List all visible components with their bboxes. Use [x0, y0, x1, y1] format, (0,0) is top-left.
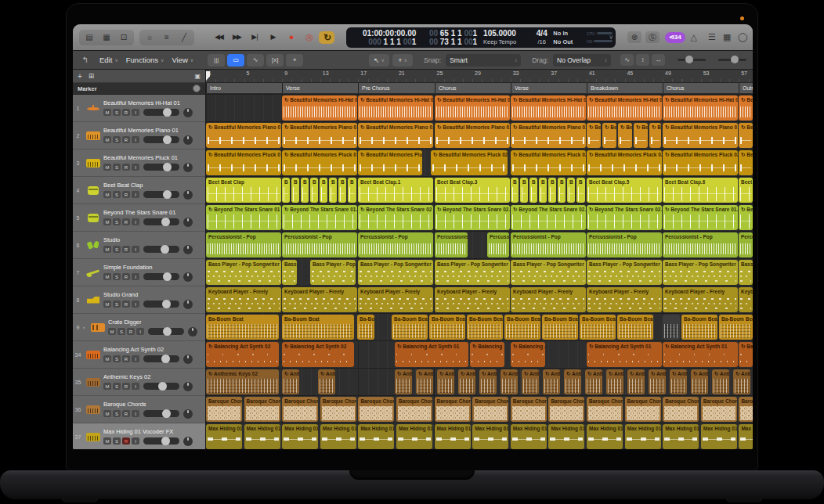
input-monitor-button[interactable]: I [132, 301, 139, 308]
import-icon[interactable]: ⊡ [116, 31, 132, 44]
region[interactable]: Percuss [487, 232, 509, 257]
region[interactable]: Baroque Chords [396, 397, 432, 422]
region[interactable]: ↻ Beautiful Memories Pluck 02 [431, 150, 508, 175]
region[interactable]: Ba-Boom Beat [617, 315, 653, 340]
region[interactable]: Keyboard Player - Freely [435, 287, 510, 312]
region[interactable]: Bass Player - Pop Songwriter [206, 260, 281, 285]
record-enable-button[interactable]: R [127, 328, 135, 335]
region[interactable]: Baroque Chords [282, 397, 318, 422]
volume-slider[interactable] [143, 136, 179, 143]
region[interactable]: Baroque Chords [663, 397, 699, 422]
horizontal-auto-zoom-icon[interactable]: ↔ [652, 54, 665, 66]
region[interactable]: Max Hiding 01 V [282, 424, 318, 449]
region[interactable]: Bass Player - Pop So [310, 260, 356, 285]
forward-button[interactable]: ▶▶ [229, 31, 244, 44]
region[interactable]: Baroque Chords [320, 397, 356, 422]
region[interactable]: ↻ Anthe [318, 369, 335, 394]
volume-slider[interactable] [143, 410, 179, 417]
region[interactable]: Baroque Chords [206, 397, 242, 422]
region[interactable]: Ba-Boom Beat [681, 315, 717, 340]
region[interactable]: ↻ Balancing Act Synth 02 [206, 342, 279, 367]
track-lanes-icon[interactable]: ||| [208, 54, 225, 67]
region[interactable]: Max Hiding 01 V [511, 424, 547, 449]
pan-knob[interactable] [183, 300, 193, 309]
region[interactable]: Max Hiding 01 V [625, 424, 661, 449]
region[interactable]: Bass Player - Pop Songwriter [511, 260, 586, 285]
track-name[interactable]: Max Hiding 01 Vocoder FX [103, 428, 202, 435]
region[interactable]: ↻ Anthe [585, 369, 602, 394]
input-monitor-button[interactable]: I [132, 164, 139, 171]
input-monitor-button[interactable]: I [132, 191, 139, 198]
region[interactable]: Max Hiding 01 V [396, 424, 432, 449]
track-header-8[interactable]: 8Studio GrandMSRI [73, 286, 205, 314]
region[interactable]: B [310, 178, 318, 203]
volume-slider[interactable] [143, 301, 179, 308]
region[interactable]: ↻ Anthe [691, 369, 708, 394]
browsers-icon[interactable]: ▦ [723, 32, 731, 42]
lcd-chevron-icon[interactable]: ∨ [609, 34, 613, 41]
solo-button[interactable]: S [113, 164, 121, 171]
record-enable-button[interactable]: R [122, 164, 130, 171]
volume-slider[interactable] [143, 437, 179, 445]
region[interactable]: ↻ Balancing [470, 342, 504, 367]
region[interactable]: ↻ Beautiful Memories Piano 02 [435, 123, 510, 148]
region[interactable]: B [282, 178, 290, 203]
arrangement-marker-chorus[interactable]: Chorus [435, 83, 511, 93]
region[interactable]: B [539, 178, 547, 203]
region[interactable]: ↻ Balancing Act Synth 01 [587, 342, 662, 367]
region[interactable]: Ba-Boom Beat [206, 315, 279, 340]
track-header-6[interactable]: 6StudioMSRI [73, 232, 205, 259]
region[interactable]: ↻ Anthe [733, 369, 750, 394]
region[interactable]: Max Hiding 01 V [435, 424, 471, 449]
track-panel-options-button[interactable]: ▣ [194, 73, 201, 80]
arrangement-marker-pre-chorus[interactable]: Pre Chorus [358, 83, 435, 93]
region[interactable]: ↻ Beautiful Memories Piano 01.1 [282, 123, 357, 148]
volume-slider[interactable] [143, 218, 179, 225]
arrangement-marker-chorus[interactable]: Chorus [663, 83, 739, 93]
track-name[interactable]: Beyond The Stars Snare 01 [103, 209, 202, 216]
drag-dropdown[interactable]: No Overlap↕ [553, 54, 611, 67]
region[interactable]: B [338, 178, 346, 203]
region[interactable]: B [320, 178, 327, 203]
track-header-37[interactable]: 37Max Hiding 01 Vocoder FXMSRI [73, 423, 205, 449]
region[interactable]: Max Hiding 01 V [244, 424, 280, 449]
region[interactable]: Max Hiding 01 V [663, 424, 699, 449]
volume-slider[interactable] [143, 273, 179, 280]
catch-playhead-icon[interactable]: ↰ [79, 56, 92, 64]
mixer-icon[interactable]: ≡ [159, 31, 175, 44]
track-header-35[interactable]: 35Anthemic Keys 02MSRI [73, 369, 205, 396]
region[interactable]: Bass Player - Pop Songwriter [587, 260, 662, 285]
region[interactable]: Baroque Chords [625, 397, 661, 422]
solo-button[interactable]: S [113, 246, 121, 253]
region[interactable]: ↻ Beautiful Memories Pluck 02.2 [511, 150, 586, 175]
region[interactable]: Keyboard Player - Freely [587, 287, 662, 312]
arrangement-marker-verse[interactable]: Verse [511, 83, 587, 93]
region[interactable]: ↻ Anthe [501, 369, 518, 394]
input-monitor-button[interactable]: I [136, 328, 144, 335]
apple-loops-icon[interactable]: ◯ [738, 32, 747, 42]
pan-knob[interactable] [183, 437, 193, 446]
region[interactable]: Bass Player - Pop Songwriter [358, 260, 433, 285]
region[interactable]: Baroque Chords [435, 397, 471, 422]
record-enable-button[interactable]: R [122, 383, 130, 390]
play-button[interactable]: ▶ [265, 31, 280, 44]
region[interactable]: B [558, 178, 566, 203]
region[interactable]: B [329, 178, 337, 203]
discard-recording-icon[interactable]: ⊗ [627, 31, 641, 43]
region[interactable]: ↻ Beautiful Memories Pluck 02.3 [587, 150, 662, 175]
volume-slider[interactable] [148, 328, 184, 335]
region[interactable]: ↻ Beautiful Memories Pluck 01.1 [282, 150, 357, 175]
pan-knob[interactable] [183, 355, 193, 364]
secondary-tool[interactable]: +∨ [392, 54, 413, 67]
region[interactable]: Percussionist - Pop [663, 232, 738, 257]
track-name[interactable]: Beet Beat Clap [103, 182, 202, 189]
duplicate-track-button[interactable]: ⊞ [89, 72, 95, 80]
region[interactable]: B [529, 178, 537, 203]
mute-button[interactable]: M [103, 164, 111, 171]
input-monitor-button[interactable]: I [132, 383, 139, 390]
solo-button[interactable]: S [113, 191, 121, 198]
track-header-4[interactable]: 4Beet Beat ClapMSRI [73, 177, 205, 204]
region[interactable]: ↻ Beautiful Memories Pluck 01 [206, 150, 281, 175]
cycle-button[interactable]: ↻ [319, 31, 334, 44]
capture-button[interactable]: ◎ [301, 31, 316, 44]
